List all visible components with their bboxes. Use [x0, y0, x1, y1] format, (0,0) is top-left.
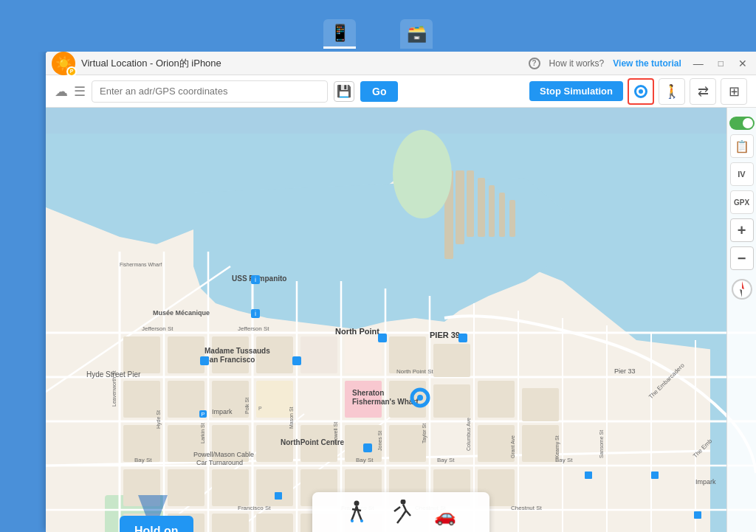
svg-rect-57 [389, 425, 426, 462]
search-input[interactable] [92, 80, 328, 103]
svg-text:Grant Ave: Grant Ave [510, 435, 515, 458]
svg-line-165 [352, 509, 361, 511]
svg-rect-73 [212, 514, 249, 532]
svg-rect-139 [200, 356, 209, 365]
svg-text:Jones St: Jones St [377, 431, 382, 451]
svg-text:Pier 33: Pier 33 [614, 367, 636, 375]
svg-text:Columbus Ave: Columbus Ave [466, 418, 471, 451]
svg-text:Madame Tussauds: Madame Tussauds [205, 347, 270, 355]
svg-text:Chestnut St: Chestnut St [511, 505, 543, 511]
stop-simulation-button[interactable]: Stop Simulation [529, 81, 623, 101]
walk-speed-icon[interactable] [346, 500, 368, 531]
svg-rect-59 [522, 388, 559, 421]
gpx-btn[interactable]: GPX [730, 190, 754, 214]
svg-rect-8 [499, 193, 505, 237]
svg-text:Fishermans Wharf: Fishermans Wharf [120, 262, 162, 267]
list-icon[interactable]: ☰ [74, 83, 86, 100]
svg-rect-65 [256, 469, 293, 506]
svg-rect-39 [256, 336, 293, 373]
drive-speed-icon[interactable]: 🚗 [434, 505, 456, 526]
zoom-in-btn[interactable]: + [730, 218, 754, 242]
svg-rect-9 [509, 200, 515, 237]
svg-rect-140 [292, 356, 301, 365]
svg-point-166 [351, 519, 354, 522]
svg-text:Fisherman's Wharf: Fisherman's Wharf [352, 398, 419, 406]
svg-text:Polk St: Polk St [244, 398, 250, 414]
iv-label[interactable]: IV [730, 162, 754, 186]
map-area[interactable]: Jefferson St Jefferson St North Point St… [46, 108, 756, 532]
svg-rect-40 [300, 336, 337, 373]
svg-text:North Point: North Point [335, 327, 379, 336]
speed-panel: 🚗 Speed: 2.60m/s 9.36km/h [312, 492, 489, 532]
window-title: Virtual Location - Orion的 iPhone [81, 57, 221, 70]
multi-stop-tool[interactable]: ⊞ [721, 78, 747, 105]
location-pin-tool[interactable] [628, 78, 654, 105]
svg-text:Sansome St: Sansome St [599, 430, 604, 458]
svg-text:Bay St: Bay St [356, 457, 374, 463]
go-button[interactable]: Go [360, 81, 398, 102]
svg-text:Hyde Street Pier: Hyde Street Pier [86, 370, 141, 379]
svg-line-170 [406, 511, 410, 516]
svg-line-172 [397, 517, 402, 523]
close-btn[interactable]: ✕ [735, 58, 750, 69]
svg-text:Sheraton: Sheraton [352, 389, 384, 397]
svg-text:i: i [255, 276, 256, 283]
svg-rect-41 [345, 336, 382, 373]
toggle-switch[interactable] [729, 117, 755, 130]
svg-rect-36 [123, 336, 160, 373]
view-tutorial-link[interactable]: View the tutorial [613, 58, 681, 69]
svg-text:Mason St: Mason St [289, 407, 294, 429]
svg-point-10 [393, 130, 452, 218]
svg-text:San Francisco: San Francisco [205, 356, 255, 364]
zoom-out-btn[interactable]: − [730, 246, 754, 270]
svg-rect-56 [433, 384, 470, 418]
maximize-btn[interactable]: □ [715, 58, 726, 69]
svg-text:Car Turnaround: Car Turnaround [196, 459, 243, 466]
svg-point-167 [360, 519, 363, 522]
svg-rect-61 [522, 425, 559, 462]
help-icon: ? [529, 58, 540, 69]
svg-rect-74 [256, 514, 293, 532]
svg-line-173 [394, 507, 400, 511]
svg-text:Impark: Impark [695, 478, 716, 486]
svg-rect-4 [456, 170, 464, 244]
svg-rect-43 [168, 381, 205, 418]
svg-rect-138 [458, 334, 467, 342]
svg-text:P: P [201, 411, 205, 418]
svg-text:Hyde St: Hyde St [156, 410, 162, 429]
svg-rect-141 [363, 443, 372, 452]
svg-text:North Point St: North Point St [396, 368, 434, 375]
svg-rect-54 [433, 344, 470, 377]
how-it-works-text: How it works? [549, 58, 605, 69]
app-icon-2[interactable]: 🗃️ [400, 19, 433, 49]
svg-rect-64 [212, 469, 249, 506]
svg-text:Kearny St: Kearny St [554, 435, 560, 458]
svg-line-169 [403, 505, 406, 511]
copy-btn[interactable]: 📋 [730, 134, 754, 158]
svg-rect-5 [467, 170, 474, 237]
svg-point-168 [401, 500, 406, 505]
svg-rect-58 [478, 381, 515, 418]
svg-text:Powell/Mason Cable: Powell/Mason Cable [193, 451, 254, 458]
svg-text:Bay St: Bay St [437, 457, 455, 463]
svg-rect-146 [651, 471, 659, 479]
compass-btn[interactable] [730, 277, 754, 301]
walk-tool[interactable]: 🚶 [659, 78, 685, 105]
hold-on-button[interactable]: Hold on [120, 516, 193, 532]
svg-rect-145 [585, 471, 592, 479]
app-icon-1[interactable]: 📱 [323, 19, 356, 49]
svg-rect-147 [694, 511, 701, 519]
svg-point-160 [354, 501, 360, 506]
minimize-btn[interactable]: — [690, 58, 707, 69]
svg-rect-137 [378, 334, 387, 342]
route-tool[interactable]: ⇄ [690, 78, 716, 105]
title-bar: ☀️ P Virtual Location - Orion的 iPhone ? … [46, 52, 756, 75]
svg-text:P: P [258, 406, 262, 411]
save-icon[interactable]: 💾 [334, 81, 354, 102]
svg-text:Impark: Impark [212, 408, 233, 415]
svg-text:Musée Mécanique: Musée Mécanique [153, 309, 210, 317]
svg-line-171 [402, 511, 406, 517]
run-speed-icon[interactable] [390, 500, 412, 531]
cloud-icon[interactable]: ☁ [55, 83, 68, 100]
svg-rect-38 [212, 336, 249, 373]
